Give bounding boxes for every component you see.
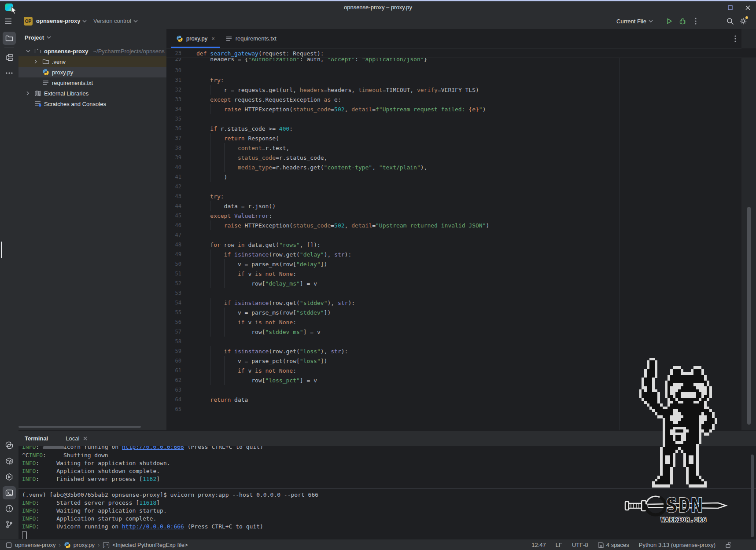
line-separator[interactable]: LF bbox=[556, 542, 562, 548]
tree-item-external-libraries[interactable]: External Libraries bbox=[18, 88, 166, 99]
structure-icon bbox=[5, 54, 13, 61]
line-number: 35 bbox=[166, 116, 186, 122]
vcs-label: Version control bbox=[93, 18, 131, 24]
caret-position[interactable]: 12:47 bbox=[531, 542, 546, 548]
project-tool-button[interactable] bbox=[3, 32, 16, 45]
more-actions-button[interactable] bbox=[689, 15, 702, 28]
python-packages-tool-button[interactable] bbox=[3, 455, 16, 468]
terminal-title: Terminal bbox=[25, 435, 48, 442]
code-line-41[interactable]: 41 ) bbox=[166, 172, 756, 182]
main-menu-button[interactable] bbox=[5, 18, 12, 24]
code-line-45[interactable]: 45 except ValueError: bbox=[166, 211, 756, 220]
vcs-widget[interactable]: Version control bbox=[93, 18, 138, 24]
terminal-tab-local[interactable]: Local bbox=[66, 435, 87, 442]
settings-button[interactable] bbox=[737, 15, 750, 28]
code-line-59[interactable]: 59 if isinstance(row.get("loss"), str): bbox=[166, 346, 756, 356]
code-line-58[interactable]: 58 bbox=[166, 337, 756, 346]
tree-item-path: ~/PycharmProjects/opnsens bbox=[93, 48, 164, 55]
tab-close-icon[interactable]: × bbox=[211, 35, 215, 42]
run-button[interactable] bbox=[663, 15, 676, 28]
breadcrumb-separator: › bbox=[59, 542, 61, 548]
code-line-43[interactable]: 43 try: bbox=[166, 191, 756, 201]
code-line-29[interactable]: 29 headers = {"Authorization": auth, "Ac… bbox=[166, 58, 756, 64]
python-console-tool-button[interactable] bbox=[3, 439, 16, 452]
code-line-56[interactable]: 56 if v is not None: bbox=[166, 317, 756, 327]
indent-style[interactable]: 4 spaces bbox=[598, 542, 629, 548]
line-number: 57 bbox=[166, 329, 186, 335]
editor-tab-proxy-py[interactable]: proxy.py× bbox=[171, 29, 220, 48]
tree-item-label: .venv bbox=[52, 59, 66, 65]
code-line-51[interactable]: 51 if v is not None: bbox=[166, 269, 756, 279]
tree-item--venv[interactable]: .venv bbox=[18, 56, 166, 67]
file-encoding[interactable]: UTF-8 bbox=[572, 542, 588, 548]
code-line-42[interactable]: 42 bbox=[166, 182, 756, 191]
tree-item-label: Scratches and Consoles bbox=[44, 101, 106, 107]
code-line-38[interactable]: 38 content=r.text, bbox=[166, 143, 756, 153]
code-line-48[interactable]: 48 for row in data.get("rows", []): bbox=[166, 240, 756, 249]
tree-chevron-down[interactable] bbox=[25, 49, 32, 53]
line-number: 41 bbox=[166, 174, 186, 180]
code-line-53[interactable]: 53 bbox=[166, 288, 756, 298]
sticky-code-line[interactable]: 23def search_gateway(request: Request): bbox=[166, 48, 756, 58]
services-tool-button[interactable] bbox=[3, 470, 16, 484]
regexp-icon: .* bbox=[103, 542, 110, 549]
tree-item-scratches-and-consoles[interactable]: Scratches and Consoles bbox=[18, 99, 166, 109]
tree-item-proxy-py[interactable]: proxy.py bbox=[18, 67, 166, 77]
tree-item-opnsense-proxy[interactable]: opnsense-proxy~/PycharmProjects/opnsens bbox=[18, 46, 166, 56]
breadcrumb-item[interactable]: proxy.py bbox=[64, 542, 95, 549]
terminal-tool-button[interactable] bbox=[3, 486, 16, 499]
code-line-46[interactable]: 46 raise HTTPException(status_code=502, … bbox=[166, 220, 756, 230]
code-line-40[interactable]: 40 media_type=r.headers.get("content-typ… bbox=[166, 162, 756, 172]
line-number: 36 bbox=[166, 125, 186, 132]
code-line-30[interactable]: 30 bbox=[166, 66, 756, 75]
editor-tab-requirements-txt[interactable]: requirements.txt bbox=[220, 29, 282, 48]
code-line-52[interactable]: 52 row["delay_ms"] = v bbox=[166, 279, 756, 288]
editor-scrollbar-thumb[interactable] bbox=[747, 207, 751, 425]
line-number: 63 bbox=[166, 387, 186, 393]
code-line-39[interactable]: 39 status_code=r.status_code, bbox=[166, 153, 756, 162]
terminal-scrollbar-thumb[interactable] bbox=[751, 455, 754, 537]
code-line-54[interactable]: 54 if isinstance(row.get("stddev"), str)… bbox=[166, 298, 756, 308]
git-tool-button[interactable] bbox=[3, 518, 16, 531]
code-line-32[interactable]: 32 r = requests.get(url, headers=headers… bbox=[166, 85, 756, 95]
tree-chevron-right[interactable] bbox=[33, 59, 40, 64]
debug-button[interactable] bbox=[676, 15, 689, 28]
more-tool-windows-button[interactable] bbox=[3, 66, 16, 80]
code-line-37[interactable]: 37 return Response( bbox=[166, 133, 756, 143]
close-button[interactable] bbox=[744, 4, 751, 11]
code-line-47[interactable]: 47 bbox=[166, 230, 756, 240]
project-horizontal-scrollbar[interactable] bbox=[18, 426, 141, 428]
maximize-button[interactable] bbox=[726, 4, 734, 11]
close-icon[interactable] bbox=[83, 436, 87, 440]
code-line-36[interactable]: 36 if r.status_code >= 400: bbox=[166, 124, 756, 133]
line-number: 43 bbox=[166, 193, 186, 199]
code-line-50[interactable]: 50 v = parse_ms(row["delay"]) bbox=[166, 259, 756, 269]
code-line-31[interactable]: 31 try: bbox=[166, 75, 756, 85]
structure-tool-button[interactable] bbox=[3, 51, 16, 64]
problems-tool-button[interactable] bbox=[3, 502, 16, 515]
tab-options-icon[interactable] bbox=[734, 35, 736, 42]
run-configuration-selector[interactable]: Current File bbox=[616, 18, 653, 25]
code-line-34[interactable]: 34 raise HTTPException(status_code=502, … bbox=[166, 104, 756, 114]
project-panel-header[interactable]: Project bbox=[18, 29, 166, 46]
project-switcher[interactable]: opnsense-proxy bbox=[36, 18, 87, 24]
line-number: 62 bbox=[166, 377, 186, 383]
code-line-23[interactable]: 23def search_gateway(request: Request): bbox=[166, 48, 324, 58]
title-bar[interactable]: opnsense-proxy – proxy.py bbox=[0, 1, 756, 13]
code-line-35[interactable]: 35 bbox=[166, 114, 756, 124]
breadcrumb-item[interactable]: opnsense-proxy bbox=[5, 542, 56, 549]
code-line-44[interactable]: 44 data = r.json() bbox=[166, 201, 756, 211]
breadcrumb-item[interactable]: .*<Injected PythonRegExp file> bbox=[103, 542, 188, 549]
code-line-49[interactable]: 49 if isinstance(row.get("delay"), str): bbox=[166, 249, 756, 259]
textfile-icon bbox=[225, 35, 232, 42]
code-line-55[interactable]: 55 v = parse_ms(row["stddev"]) bbox=[166, 308, 756, 317]
tree-item-label: proxy.py bbox=[52, 69, 73, 76]
lock-open-icon[interactable] bbox=[725, 542, 731, 548]
code-line-57[interactable]: 57 row["stddev_ms"] = v bbox=[166, 327, 756, 337]
code-line-33[interactable]: 33 except requests.RequestException as e… bbox=[166, 95, 756, 104]
python-interpreter[interactable]: Python 3.13 (opnsense-proxy) bbox=[639, 542, 715, 548]
search-everywhere-button[interactable] bbox=[723, 15, 737, 28]
project-avatar[interactable]: OP bbox=[24, 17, 33, 26]
tree-chevron-right[interactable] bbox=[25, 91, 32, 96]
tree-item-requirements-txt[interactable]: requirements.txt bbox=[18, 77, 166, 88]
